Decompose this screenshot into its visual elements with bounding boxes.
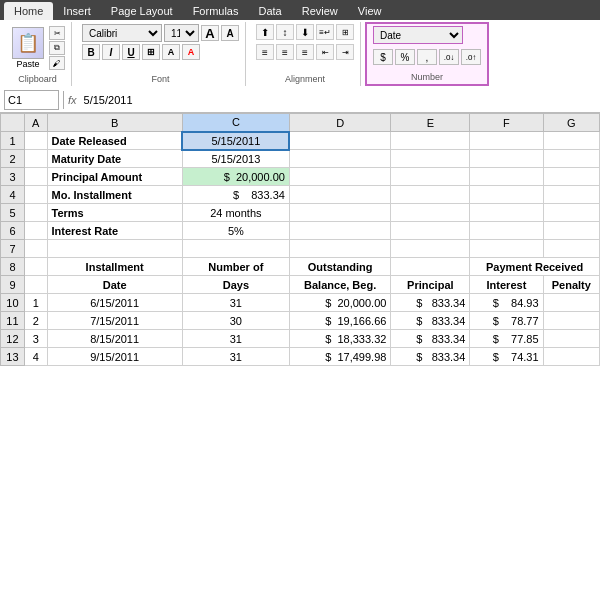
decrease-indent-button[interactable]: ⇤ [316,44,334,60]
cell-c7[interactable] [182,240,289,258]
cell-b4[interactable]: Mo. Installment [47,186,182,204]
cell-f1[interactable] [470,132,543,150]
percent-button[interactable]: % [395,49,415,65]
underline-button[interactable]: U [122,44,140,60]
border-button[interactable]: ⊞ [142,44,160,60]
cell-c10[interactable]: 31 [182,294,289,312]
cell-a2[interactable] [24,150,47,168]
cell-g4[interactable] [543,186,599,204]
col-header-c[interactable]: C [182,114,289,132]
col-header-e[interactable]: E [391,114,470,132]
cell-g11[interactable] [543,312,599,330]
tab-review[interactable]: Review [292,2,348,20]
cell-d13[interactable]: $ 17,499.98 [289,348,390,366]
cell-d2[interactable] [289,150,390,168]
cell-a3[interactable] [24,168,47,186]
cell-f13[interactable]: $ 74.31 [470,348,543,366]
tab-data[interactable]: Data [248,2,291,20]
cell-f9[interactable]: Interest [470,276,543,294]
increase-font-button[interactable]: A [201,25,219,41]
cell-c11[interactable]: 30 [182,312,289,330]
cell-c3[interactable]: $ 20,000.00 [182,168,289,186]
cell-e3[interactable] [391,168,470,186]
increase-indent-button[interactable]: ⇥ [336,44,354,60]
col-header-b[interactable]: B [47,114,182,132]
cell-a4[interactable] [24,186,47,204]
cell-d9[interactable]: Balance, Beg. [289,276,390,294]
increase-decimal-button[interactable]: .0↑ [461,49,481,65]
cell-a12[interactable]: 3 [24,330,47,348]
cell-g13[interactable] [543,348,599,366]
cell-e6[interactable] [391,222,470,240]
comma-button[interactable]: , [417,49,437,65]
cell-b6[interactable]: Interest Rate [47,222,182,240]
cell-g6[interactable] [543,222,599,240]
cell-e9[interactable]: Principal [391,276,470,294]
cell-f4[interactable] [470,186,543,204]
cell-g12[interactable] [543,330,599,348]
cell-g7[interactable] [543,240,599,258]
cell-a6[interactable] [24,222,47,240]
cell-f3[interactable] [470,168,543,186]
cell-f10[interactable]: $ 84.93 [470,294,543,312]
cell-a5[interactable] [24,204,47,222]
wrap-text-button[interactable]: ≡↵ [316,24,334,40]
tab-insert[interactable]: Insert [53,2,101,20]
cell-b12[interactable]: 8/15/2011 [47,330,182,348]
col-header-d[interactable]: D [289,114,390,132]
cell-a10[interactable]: 1 [24,294,47,312]
font-name-select[interactable]: Calibri [82,24,162,42]
cell-reference-input[interactable] [4,90,59,110]
cell-f2[interactable] [470,150,543,168]
cell-b8[interactable]: Installment [47,258,182,276]
cell-a9[interactable] [24,276,47,294]
cell-f12[interactable]: $ 77.85 [470,330,543,348]
cell-a7[interactable] [24,240,47,258]
cell-c6[interactable]: 5% [182,222,289,240]
decrease-decimal-button[interactable]: .0↓ [439,49,459,65]
tab-page-layout[interactable]: Page Layout [101,2,183,20]
align-center-button[interactable]: ≡ [276,44,294,60]
align-middle-button[interactable]: ↕ [276,24,294,40]
cell-b5[interactable]: Terms [47,204,182,222]
cell-g1[interactable] [543,132,599,150]
cell-g3[interactable] [543,168,599,186]
cell-d4[interactable] [289,186,390,204]
currency-button[interactable]: $ [373,49,393,65]
cell-d7[interactable] [289,240,390,258]
cell-c1[interactable]: 5/15/2011 [182,132,289,150]
col-header-f[interactable]: F [470,114,543,132]
cell-g5[interactable] [543,204,599,222]
cell-a13[interactable]: 4 [24,348,47,366]
col-header-g[interactable]: G [543,114,599,132]
merge-button[interactable]: ⊞ [336,24,354,40]
cell-f8[interactable]: Payment Received [470,258,600,276]
cell-e2[interactable] [391,150,470,168]
tab-formulas[interactable]: Formulas [183,2,249,20]
cell-b7[interactable] [47,240,182,258]
cell-b1[interactable]: Date Released [47,132,182,150]
cell-f11[interactable]: $ 78.77 [470,312,543,330]
cell-d1[interactable] [289,132,390,150]
number-format-select[interactable]: Date [373,26,463,44]
tab-view[interactable]: View [348,2,392,20]
cell-c12[interactable]: 31 [182,330,289,348]
format-painter-button[interactable]: 🖌 [49,56,65,70]
cell-b3[interactable]: Principal Amount [47,168,182,186]
decrease-font-button[interactable]: A [221,25,239,41]
cell-b10[interactable]: 6/15/2011 [47,294,182,312]
cell-c9[interactable]: Days [182,276,289,294]
cell-c2[interactable]: 5/15/2013 [182,150,289,168]
cell-e12[interactable]: $ 833.34 [391,330,470,348]
align-left-button[interactable]: ≡ [256,44,274,60]
cell-c13[interactable]: 31 [182,348,289,366]
cell-d3[interactable] [289,168,390,186]
cell-d10[interactable]: $ 20,000.00 [289,294,390,312]
cell-g9[interactable]: Penalty [543,276,599,294]
cell-e13[interactable]: $ 833.34 [391,348,470,366]
cell-e11[interactable]: $ 833.34 [391,312,470,330]
cell-e8[interactable] [391,258,470,276]
cell-f7[interactable] [470,240,543,258]
cell-a11[interactable]: 2 [24,312,47,330]
cut-button[interactable]: ✂ [49,26,65,40]
